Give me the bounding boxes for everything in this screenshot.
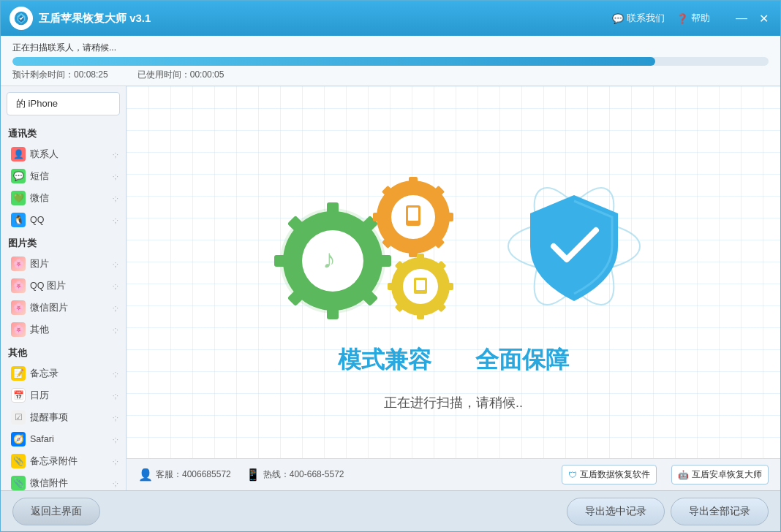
svg-point-13 [322, 250, 344, 272]
data-recovery-link[interactable]: 🛡 互盾数据恢复软件 [562, 465, 657, 484]
sidebar-item-other-photos[interactable]: 🌸 其他 ·;· [1, 319, 126, 341]
contacts-icon: 👤 [11, 147, 26, 162]
sidebar-item-qq[interactable]: 🐧 QQ ·;· [1, 209, 126, 231]
progress-times: 预计剩余时间：00:08:25 已使用时间：00:00:05 [12, 69, 769, 81]
service-info: 👤 客服：4006685572 [138, 468, 231, 482]
contacts-label: 联系人 [30, 148, 108, 161]
title-actions: 💬 联系我们 ❓ 帮助 — ✕ [612, 10, 771, 26]
progress-bar-background [12, 57, 769, 66]
info-bar: 👤 客服：4006685572 📱 热线：400-668-5572 🛡 互盾数据… [127, 458, 780, 490]
sidebar-item-wechat[interactable]: 💚 微信 ·;· [1, 187, 126, 209]
wechat-photos-icon: 🌸 [11, 300, 26, 315]
sidebar-item-wechat-photos[interactable]: 🌸 微信图片 ·;· [1, 297, 126, 319]
back-to-home-button[interactable]: 返回主界面 [12, 498, 100, 525]
wechat-label: 微信 [30, 192, 108, 205]
export-selected-button[interactable]: 导出选中记录 [567, 498, 665, 525]
group-label-other: 其他 [1, 341, 126, 362]
hotline-info: 📱 热线：400-668-5572 [246, 468, 344, 482]
qq-photos-icon: 🌸 [11, 278, 26, 293]
calendar-label: 日历 [30, 390, 108, 402]
close-button[interactable]: ✕ [755, 10, 771, 26]
sms-label: 短信 [30, 170, 108, 183]
sms-icon: 💬 [11, 169, 26, 183]
wechat-photos-label: 微信图片 [30, 302, 108, 314]
sidebar-item-wechat-attachment[interactable]: 📎 微信附件 ·;· [1, 472, 126, 490]
calendar-icon: 📅 [11, 388, 26, 403]
android-recovery-link[interactable]: 🤖 互盾安卓恢复大师 [671, 465, 769, 484]
sidebar-item-safari[interactable]: 🧭 Safari ·;· [1, 428, 126, 450]
main-layout: 的 iPhone 通讯类 👤 联系人 ·;· 💬 短信 ·;· 💚 微信 ·;·… [1, 86, 780, 490]
reminder-label: 提醒事项 [30, 411, 108, 424]
sidebar-item-notes[interactable]: 📝 备忘录 ·;· [1, 362, 126, 384]
phone-icon: 📱 [246, 468, 260, 482]
service-icon: 👤 [138, 468, 153, 482]
tagline-row: 模式兼容 全面保障 [338, 344, 569, 376]
shield-small-icon: 🛡 [568, 470, 577, 480]
reminder-icon: ☑ [11, 410, 26, 425]
window-controls: — ✕ [733, 10, 771, 26]
wechat-attachment-icon: 📎 [11, 476, 26, 490]
photos-icon: 🌸 [11, 256, 26, 271]
progress-bar-fill [12, 57, 655, 66]
footer-bar: 返回主界面 导出选中记录 导出全部记录 [1, 490, 780, 531]
notes-attachment-label: 备忘录附件 [30, 455, 108, 468]
scan-text: 正在进行扫描，请稍候.. [384, 394, 523, 411]
qq-label: QQ [30, 215, 108, 225]
tagline-left: 模式兼容 [338, 344, 431, 376]
scan-label: 正在扫描联系人，请稍候... [12, 42, 769, 54]
svg-rect-37 [416, 280, 425, 290]
center-illustration: ♪ [260, 166, 647, 411]
group-label-comms: 通讯类 [1, 121, 126, 143]
notes-label: 备忘录 [30, 368, 108, 380]
app-title: 互盾苹果恢复大师 v3.1 [39, 12, 612, 26]
tagline-right: 全面保障 [475, 344, 569, 376]
other-photos-icon: 🌸 [11, 322, 26, 337]
remaining-time: 预计剩余时间：00:08:25 [12, 69, 108, 81]
main-window: 互盾苹果恢复大师 v3.1 💬 联系我们 ❓ 帮助 — ✕ 正在扫描联系人，请稍… [0, 0, 781, 532]
chat-icon: 💬 [612, 13, 624, 24]
sidebar-item-photos[interactable]: 🌸 图片 ·;· [1, 253, 126, 275]
title-bar: 互盾苹果恢复大师 v3.1 💬 联系我们 ❓ 帮助 — ✕ [1, 1, 780, 36]
sidebar-item-notes-attachment[interactable]: 📎 备忘录附件 ·;· [1, 450, 126, 472]
group-label-photos: 图片类 [1, 231, 126, 253]
sidebar-item-sms[interactable]: 💬 短信 ·;· [1, 165, 126, 187]
notes-icon: 📝 [11, 366, 26, 381]
other-photos-label: 其他 [30, 324, 108, 336]
content-area: ♪ [127, 86, 780, 490]
used-time: 已使用时间：00:00:05 [137, 69, 225, 81]
help-button[interactable]: ❓ 帮助 [676, 12, 710, 25]
minimize-button[interactable]: — [733, 10, 750, 26]
export-all-button[interactable]: 导出全部记录 [671, 498, 769, 525]
app-logo [10, 7, 33, 30]
sidebar-item-reminder[interactable]: ☑ 提醒事项 ·;· [1, 406, 126, 428]
contact-us-button[interactable]: 💬 联系我们 [612, 12, 665, 25]
sidebar-item-calendar[interactable]: 📅 日历 ·;· [1, 384, 126, 406]
progress-area: 正在扫描联系人，请稍候... 预计剩余时间：00:08:25 已使用时间：00:… [1, 36, 780, 86]
qq-icon: 🐧 [11, 213, 26, 227]
sidebar-item-qq-photos[interactable]: 🌸 QQ 图片 ·;· [1, 275, 126, 297]
hotline-text: 热线：400-668-5572 [263, 468, 344, 481]
qq-photos-label: QQ 图片 [30, 280, 108, 292]
svg-rect-25 [408, 208, 418, 221]
illustration-row: ♪ [260, 166, 647, 327]
safari-icon: 🧭 [11, 432, 26, 446]
safari-label: Safari [30, 434, 108, 444]
sidebar-item-contacts[interactable]: 👤 联系人 ·;· [1, 143, 126, 165]
help-icon: ❓ [676, 13, 688, 24]
device-item[interactable]: 的 iPhone [7, 92, 120, 115]
wechat-icon: 💚 [11, 191, 26, 205]
notes-attachment-icon: 📎 [11, 454, 26, 468]
wechat-attachment-label: 微信附件 [30, 477, 108, 490]
android-icon: 🤖 [678, 470, 689, 480]
shield-svg [501, 173, 647, 319]
photos-label: 图片 [30, 258, 108, 270]
gears-svg: ♪ [260, 166, 479, 327]
sidebar: 的 iPhone 通讯类 👤 联系人 ·;· 💬 短信 ·;· 💚 微信 ·;·… [1, 86, 127, 490]
service-text: 客服：4006685572 [156, 468, 231, 481]
